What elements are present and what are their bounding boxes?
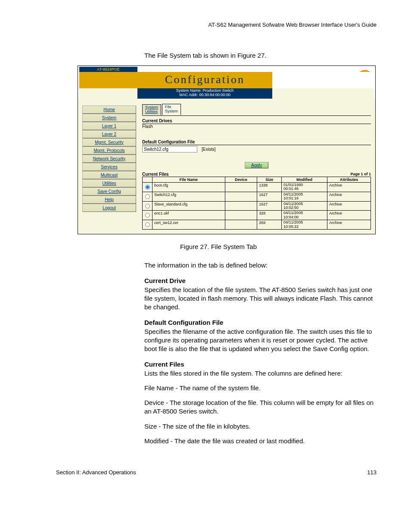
current-files-title: Current Files bbox=[142, 172, 371, 177]
sidebar-item-multicast[interactable]: Multicast bbox=[82, 171, 136, 179]
default-config-title: Default Configuration File bbox=[142, 140, 371, 144]
col-filename: File Name bbox=[153, 177, 225, 182]
table-row: enc1.ukf32804/11/2005 10:04:00Archive bbox=[143, 211, 371, 220]
tab-system-utilities[interactable]: System Utilities bbox=[142, 104, 161, 115]
col-attributes: Attributes bbox=[327, 177, 371, 182]
main-panel: System Utilities File System Current Dri… bbox=[142, 102, 371, 230]
sidebar: Home System Layer 1 Layer 2 Mgmt. Securi… bbox=[82, 106, 136, 230]
sidebar-item-save-config[interactable]: Save Config bbox=[82, 187, 136, 196]
col-modified: Modified bbox=[282, 177, 327, 182]
files-table: File Name Device Size Modified Attribute… bbox=[142, 177, 371, 230]
sidebar-item-logout[interactable]: Logout bbox=[82, 204, 136, 212]
body-text: The information in the tab is defined be… bbox=[144, 261, 377, 445]
table-row: Switch12.cfg162704/11/2005 10:01:16Archi… bbox=[143, 192, 371, 201]
screenshot-figure: AT-8524POE Configuration Sy bbox=[78, 65, 376, 234]
footer-page-number: 113 bbox=[367, 469, 377, 476]
sidebar-item-layer1[interactable]: Layer 1 bbox=[82, 122, 136, 130]
intro-text: The File System tab is shown in Figure 2… bbox=[144, 52, 377, 59]
sidebar-item-services[interactable]: Services bbox=[82, 163, 136, 171]
sidebar-item-system[interactable]: System bbox=[82, 114, 136, 122]
col-device: Device bbox=[225, 177, 257, 182]
page-title: Configuration bbox=[137, 72, 272, 88]
titlebar: AT-8524POE Configuration Sy bbox=[78, 66, 375, 99]
table-row: boot.cfg133801/01/1980 00:01:46Archive bbox=[143, 182, 371, 192]
file-select-radio[interactable] bbox=[145, 204, 150, 208]
sidebar-item-home[interactable]: Home bbox=[82, 106, 136, 114]
config-exists-label: [Exists] bbox=[202, 147, 215, 152]
sidebar-item-layer2[interactable]: Layer 2 bbox=[82, 130, 136, 138]
col-size: Size bbox=[257, 177, 282, 182]
file-select-radio[interactable] bbox=[145, 194, 150, 199]
doc-header: AT-S62 Management Sofwatre Web Browser I… bbox=[56, 22, 377, 28]
sidebar-item-help[interactable]: Help bbox=[82, 196, 136, 204]
file-select-radio[interactable] bbox=[145, 222, 150, 227]
current-drives-title: Current Drives bbox=[142, 118, 371, 123]
apply-button[interactable]: Apply bbox=[245, 162, 268, 168]
footer-section: Section II: Advanced Operations bbox=[56, 469, 136, 476]
model-label: AT-8524POE bbox=[79, 67, 137, 72]
sidebar-item-mgmt-security[interactable]: Mgmt. Security bbox=[82, 138, 136, 146]
tab-file-system[interactable]: File System bbox=[162, 104, 181, 115]
tab-row: System Utilities File System bbox=[142, 102, 371, 115]
current-drives-value: Flash bbox=[142, 124, 371, 129]
config-file-input[interactable] bbox=[142, 146, 197, 152]
file-select-radio[interactable] bbox=[145, 185, 150, 190]
file-select-radio[interactable] bbox=[145, 213, 150, 218]
table-row: cert_sw12.cer26904/11/2005 10:05:22Archi… bbox=[143, 220, 371, 230]
sidebar-item-utilities[interactable]: Utilities bbox=[82, 179, 136, 187]
sidebar-item-mgmt-protocols[interactable]: Mgmt. Protocols bbox=[82, 146, 136, 155]
figure-caption: Figure 27. File System Tab bbox=[60, 243, 377, 250]
table-row: Slave_standard.cfg162704/11/2005 10:02:5… bbox=[143, 201, 371, 211]
sidebar-item-network-security[interactable]: Network Security bbox=[82, 155, 136, 163]
system-info-strip: System Name: Production Switch MAC Addr:… bbox=[137, 88, 272, 99]
